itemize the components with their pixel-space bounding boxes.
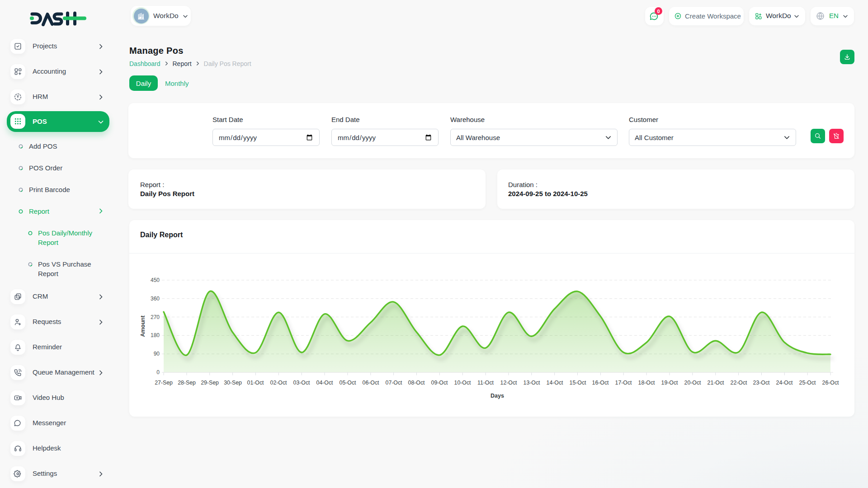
svg-text:28-Sep: 28-Sep — [178, 380, 196, 386]
svg-text:20-Oct: 20-Oct — [684, 380, 701, 386]
svg-text:08-Oct: 08-Oct — [408, 380, 425, 386]
svg-text:180: 180 — [151, 332, 160, 338]
svg-text:11-Oct: 11-Oct — [477, 380, 494, 386]
svg-text:17-Oct: 17-Oct — [615, 380, 632, 386]
svg-text:450: 450 — [151, 277, 160, 283]
svg-text:30-Sep: 30-Sep — [224, 380, 242, 386]
svg-text:07-Oct: 07-Oct — [386, 380, 402, 386]
svg-text:0: 0 — [156, 369, 160, 375]
svg-text:25-Oct: 25-Oct — [799, 380, 816, 386]
svg-text:Days: Days — [491, 393, 504, 399]
svg-text:90: 90 — [154, 351, 160, 357]
svg-text:24-Oct: 24-Oct — [776, 380, 793, 386]
svg-text:13-Oct: 13-Oct — [524, 380, 540, 386]
svg-text:03-Oct: 03-Oct — [293, 380, 310, 386]
svg-text:12-Oct: 12-Oct — [500, 380, 517, 386]
svg-text:05-Oct: 05-Oct — [340, 380, 356, 386]
svg-text:19-Oct: 19-Oct — [661, 380, 678, 386]
svg-text:26-Oct: 26-Oct — [822, 380, 839, 386]
svg-text:23-Oct: 23-Oct — [753, 380, 770, 386]
svg-text:22-Oct: 22-Oct — [731, 380, 747, 386]
svg-text:14-Oct: 14-Oct — [547, 380, 563, 386]
svg-text:06-Oct: 06-Oct — [363, 380, 379, 386]
svg-text:09-Oct: 09-Oct — [431, 380, 448, 386]
svg-text:10-Oct: 10-Oct — [454, 380, 471, 386]
svg-text:21-Oct: 21-Oct — [708, 380, 724, 386]
svg-text:01-Oct: 01-Oct — [247, 380, 264, 386]
svg-text:270: 270 — [151, 314, 160, 320]
svg-text:04-Oct: 04-Oct — [316, 380, 333, 386]
svg-text:27-Sep: 27-Sep — [155, 380, 173, 386]
svg-text:18-Oct: 18-Oct — [638, 380, 655, 386]
svg-text:15-Oct: 15-Oct — [570, 380, 586, 386]
svg-text:29-Sep: 29-Sep — [201, 380, 219, 386]
svg-text:360: 360 — [151, 296, 160, 302]
svg-text:02-Oct: 02-Oct — [270, 380, 287, 386]
svg-text:Amount: Amount — [140, 315, 146, 337]
svg-text:16-Oct: 16-Oct — [592, 380, 609, 386]
